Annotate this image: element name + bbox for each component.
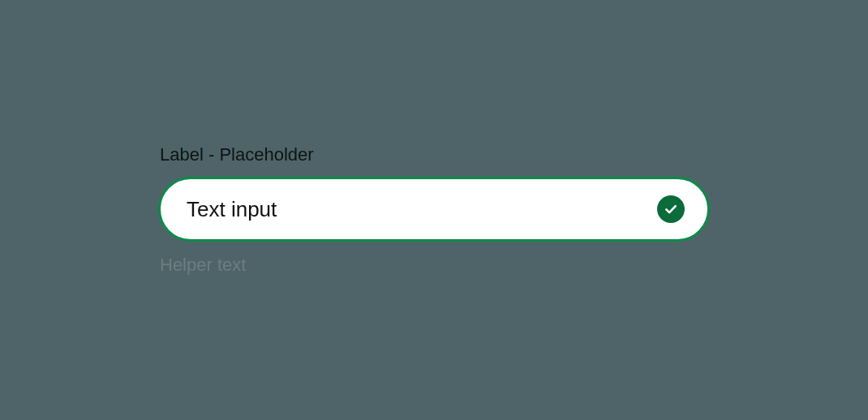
text-field-group: Label - Placeholder Helper text: [158, 144, 710, 276]
input-wrapper: [158, 177, 710, 242]
check-icon: [657, 195, 685, 223]
text-input[interactable]: [187, 197, 657, 222]
field-label: Label - Placeholder: [160, 144, 710, 165]
helper-text: Helper text: [160, 255, 710, 276]
